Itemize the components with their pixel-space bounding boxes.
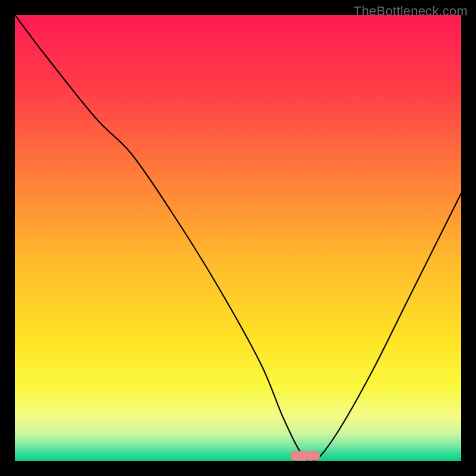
optimal-marker: [290, 451, 320, 461]
curve-path: [15, 15, 461, 461]
plot-area: [15, 15, 461, 461]
chart-frame: TheBottleneck.com: [0, 0, 476, 476]
bottleneck-curve: [15, 15, 461, 461]
watermark-text: TheBottleneck.com: [353, 4, 468, 19]
